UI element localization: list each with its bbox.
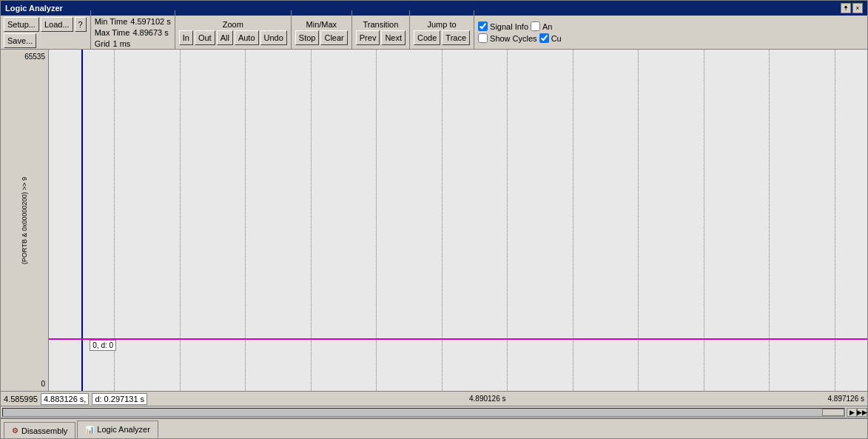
cu-checkbox[interactable] <box>539 33 549 43</box>
tab-disassembly-label: Disassembly <box>21 426 67 435</box>
signal-info-row: Signal Info An <box>478 21 562 31</box>
time-center-label: 4.890126 s <box>150 395 824 403</box>
pin-button[interactable]: 🖈 <box>841 3 851 13</box>
jumpto-label: Jump to <box>427 20 456 29</box>
signal-info-label: Signal Info <box>490 22 528 31</box>
sep1 <box>90 10 91 55</box>
time-right-label: 4.897126 s <box>828 395 865 403</box>
min-time-label: Min Time <box>95 17 128 26</box>
window-title: Logic Analyzer <box>5 4 63 13</box>
scrollbar-thumb[interactable] <box>822 409 844 416</box>
transition-buttons: Prev Next <box>356 30 406 45</box>
minmax-group: Min/Max Stop Clear <box>295 20 348 45</box>
zoom-buttons: In Out All Auto Undo <box>179 30 287 45</box>
signal-trace <box>49 338 867 340</box>
zoom-group: Zoom In Out All Auto Undo <box>179 20 287 45</box>
zoom-undo-button[interactable]: Undo <box>260 30 287 45</box>
disassembly-icon: ⚙ <box>12 426 18 435</box>
jumpto-group: Jump to Code Trace <box>414 20 470 45</box>
show-cycles-label: Show Cycles <box>490 34 537 43</box>
zoom-all-button[interactable]: All <box>217 30 233 45</box>
title-controls: 🖈 × <box>841 3 863 13</box>
minmax-label: Min/Max <box>306 20 337 29</box>
save-button[interactable]: Save... <box>4 33 36 48</box>
time-left-label: 4.585995 <box>4 395 38 403</box>
an-label: An <box>542 22 552 31</box>
chart-container: 65535 (PORTB & 0x00000200) >> 9 0 <box>1 50 867 391</box>
show-cycles-row: Show Cycles Cu <box>478 33 562 43</box>
zoom-in-button[interactable]: In <box>179 30 193 45</box>
clear-button[interactable]: Clear <box>320 30 347 45</box>
tab-logic-analyzer[interactable]: 📊 Logic Analyzer <box>77 420 158 438</box>
max-time-value: 4.89673 s <box>132 28 168 37</box>
logic-icon: 📊 <box>85 426 94 434</box>
zoom-out-button[interactable]: Out <box>195 30 215 45</box>
main-chart[interactable]: 0, d: 0 <box>49 50 867 391</box>
status-delta-value: d: 0.297131 s <box>92 393 147 405</box>
status-time-value: 4.883126 s, <box>41 393 90 405</box>
file-buttons-row1: Setup... Load... ? <box>4 17 87 32</box>
cu-label: Cu <box>551 34 562 43</box>
y-axis: 65535 (PORTB & 0x00000200) >> 9 0 <box>1 50 49 391</box>
sep5 <box>409 10 410 55</box>
scrollbar-track[interactable] <box>2 408 845 417</box>
sep4 <box>351 10 352 55</box>
load-button[interactable]: Load... <box>41 17 73 32</box>
close-button[interactable]: × <box>852 3 863 13</box>
grid-label: Grid <box>95 39 110 48</box>
file-buttons-row2: Save... <box>4 33 87 48</box>
zoom-auto-button[interactable]: Auto <box>235 30 259 45</box>
min-time-value: 4.597102 s <box>130 17 170 26</box>
prev-button[interactable]: Prev <box>356 30 380 45</box>
transition-group: Transition Prev Next <box>356 20 406 45</box>
tab-logic-analyzer-label: Logic Analyzer <box>97 425 150 434</box>
stop-button[interactable]: Stop <box>295 30 320 45</box>
scroll-right-arrow[interactable]: ▶ <box>847 408 857 417</box>
transition-label: Transition <box>363 20 398 29</box>
sep6 <box>474 10 474 55</box>
setup-button[interactable]: Setup... <box>4 17 39 32</box>
an-checkbox[interactable] <box>531 21 540 31</box>
sep2 <box>175 10 175 55</box>
grid-value: 1 ms <box>112 39 130 48</box>
min-time-row: Min Time 4.597102 s <box>95 17 171 26</box>
file-buttons: Setup... Load... ? Save... <box>4 17 87 48</box>
zoom-label: Zoom <box>223 20 243 29</box>
grid-row: Grid 1 ms <box>95 39 171 48</box>
y-top-value: 65535 <box>24 53 45 61</box>
trace-button[interactable]: Trace <box>442 30 470 45</box>
cursor-position-label: 0, d: 0 <box>90 340 116 351</box>
next-button[interactable]: Next <box>381 30 406 45</box>
title-bar: Logic Analyzer 🖈 × <box>1 1 867 16</box>
tab-bar: ⚙ Disassembly 📊 Logic Analyzer <box>1 418 867 438</box>
max-time-row: Max Time 4.89673 s <box>95 28 171 37</box>
minmax-buttons: Stop Clear <box>295 30 348 45</box>
help-button[interactable]: ? <box>75 17 87 32</box>
y-bottom-value: 0 <box>41 380 45 388</box>
status-bar: 4.585995 4.883126 s, d: 0.297131 s 4.890… <box>1 391 867 406</box>
scrollbar-area: ▶ ▶▶ <box>1 406 867 418</box>
options-group: Signal Info An Show Cycles Cu <box>478 21 562 43</box>
signal-label: (PORTB & 0x00000200) >> 9 <box>21 147 28 295</box>
code-button[interactable]: Code <box>414 30 440 45</box>
signal-info-checkbox[interactable] <box>478 21 488 31</box>
tab-disassembly[interactable]: ⚙ Disassembly <box>4 422 75 438</box>
sep3 <box>291 10 292 55</box>
main-window: Logic Analyzer 🖈 × Setup... Load... ? Sa… <box>0 0 868 439</box>
show-cycles-checkbox[interactable] <box>478 33 488 43</box>
time-group: Min Time 4.597102 s Max Time 4.89673 s G… <box>95 17 171 48</box>
scroll-end-arrow[interactable]: ▶▶ <box>857 408 867 417</box>
jumpto-buttons: Code Trace <box>414 30 470 45</box>
main-toolbar: Setup... Load... ? Save... Min Time 4.59… <box>1 16 867 50</box>
max-time-label: Max Time <box>95 28 130 37</box>
